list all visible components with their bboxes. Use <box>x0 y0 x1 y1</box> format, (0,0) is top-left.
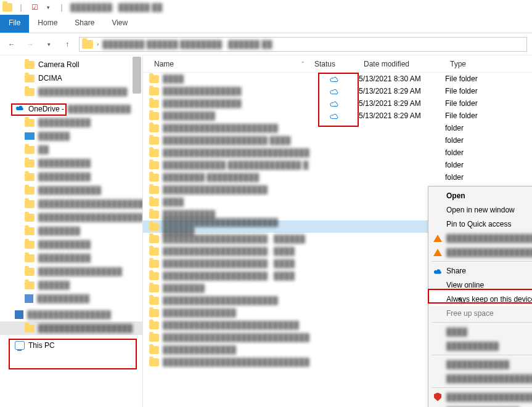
tree-sub[interactable]: ████████████ <box>0 183 142 197</box>
tree-label-suffix: ████████████ <box>68 105 131 113</box>
chevron-right-icon[interactable]: › <box>97 41 99 47</box>
cell-name: ██████████████ <box>163 345 236 354</box>
ctx-free-up-space[interactable]: Free up space <box>430 306 532 320</box>
table-row[interactable]: ███████████████ 5/13/2021 8:29 AM File f… <box>143 97 532 110</box>
tree-sub[interactable]: ██████████ <box>0 156 142 170</box>
tree-sub[interactable]: ██████████ <box>0 238 142 251</box>
folder-icon <box>149 235 159 243</box>
table-row[interactable]: ██████████████████████folder <box>143 122 532 134</box>
nav-history-icon[interactable]: ▾ <box>42 38 55 51</box>
tree-sub[interactable]: ██████ <box>0 278 142 292</box>
tree-sub[interactable]: ████████ <box>0 224 142 238</box>
qat-properties-icon[interactable]: ☑ <box>30 2 39 12</box>
tab-view[interactable]: View <box>103 15 136 33</box>
cell-name: ██████████ <box>163 210 215 219</box>
qat-dropdown-icon[interactable]: ▾ <box>43 2 53 12</box>
folder-icon <box>149 198 159 206</box>
breadcrumb[interactable]: ████████ ██████ ████████ · ██████ ██ <box>102 40 272 49</box>
tree-sub[interactable]: ██████ <box>0 129 142 143</box>
ctx-open-new-window[interactable]: Open in new window <box>430 203 532 217</box>
ctx-vlc-play[interactable]: ██████████████████████ <box>430 245 532 259</box>
vlc-icon <box>433 233 443 243</box>
tab-share[interactable]: Share <box>66 15 103 33</box>
tree-onedrive[interactable]: OneDrive - ████████████ <box>0 102 142 116</box>
sidebar-scrollbar[interactable] <box>133 57 141 94</box>
status-cloud-icon <box>309 87 359 95</box>
ctx-vlc-playlist[interactable]: ████████████████████████ <box>430 231 532 245</box>
address-bar[interactable]: › ████████ ██████ ████████ · ██████ ██ <box>79 37 527 52</box>
tree-label: ████████████████ <box>27 310 111 319</box>
main-area: Camera Roll DCIMA █████████████████ OneD… <box>0 55 532 407</box>
status-cloud-icon <box>309 112 359 119</box>
tree-label: ██████████████████ <box>38 324 133 332</box>
tree-this-pc[interactable]: This PC <box>0 339 142 352</box>
ctx-crc[interactable]: ██████████▸ <box>430 339 532 353</box>
folder-icon <box>149 211 159 219</box>
ctx-misc[interactable]: ██████████████████████ <box>430 371 532 385</box>
tree-planfolder[interactable]: ████████████████ <box>0 308 142 321</box>
ctx-separator <box>432 322 532 323</box>
folder-icon <box>149 186 159 194</box>
folder-icon <box>149 75 159 83</box>
tree-label: ██████████ <box>37 294 89 303</box>
tree-sub[interactable]: ██████████ <box>0 116 142 129</box>
cell-name: ████ <box>163 75 184 83</box>
tree-label: ██████ <box>38 132 70 140</box>
tree-sub[interactable]: ████████████████ <box>0 265 142 278</box>
col-header-type[interactable]: Type <box>445 60 513 68</box>
folder-icon <box>25 75 35 83</box>
tree-item-blur[interactable]: █████████████████ <box>0 85 142 99</box>
tree-label: ██████ <box>38 281 70 289</box>
ctx-separator <box>432 355 532 355</box>
folder-icon <box>149 100 159 108</box>
tree-sub[interactable]: ██████████ <box>0 251 142 265</box>
table-row[interactable]: ████ 5/13/2021 8:30 AM File folder <box>143 73 532 85</box>
ctx-misc[interactable]: ██████████████ <box>430 404 532 407</box>
list-pane: Name˄ Status Date modified Type ████ 5/1… <box>143 55 532 407</box>
cursor-icon: ↖ <box>457 296 464 304</box>
tree-sub[interactable]: ██████████ <box>0 170 142 183</box>
tab-home[interactable]: Home <box>29 15 66 33</box>
col-header-date[interactable]: Date modified <box>359 60 445 68</box>
tree-sub[interactable]: ██ <box>0 143 142 156</box>
table-row[interactable]: ███████████████ 5/13/2021 8:29 AM File f… <box>143 85 532 97</box>
ctx-pin-quick-access[interactable]: Pin to Quick access <box>430 217 532 231</box>
context-menu: Open Open in new window Pin to Quick acc… <box>428 186 532 407</box>
tree-sub[interactable]: ██████████ <box>0 292 142 305</box>
table-row[interactable]: ████████████ ██████████████ █folder <box>143 159 532 171</box>
folder-icon <box>25 324 35 332</box>
cell-name: ████████████████████ · ████ <box>163 247 295 256</box>
col-header-status[interactable]: Status <box>309 60 359 68</box>
ctx-misc[interactable]: ████████████████████████████ <box>430 390 532 404</box>
list-header: Name˄ Status Date modified Type <box>143 55 532 73</box>
cell-name: ████████ ██████████ <box>163 173 259 182</box>
ctx-share[interactable]: Share <box>430 264 532 278</box>
ctx-always-keep[interactable]: Always keep on this device↖ <box>430 292 532 306</box>
nav-back-icon[interactable]: ← <box>5 38 18 51</box>
folder-icon <box>25 146 35 154</box>
sort-asc-icon: ˄ <box>301 61 305 67</box>
tree-dcima[interactable]: DCIMA <box>0 71 142 85</box>
folder-icon <box>149 124 159 132</box>
tree-label: DCIMA <box>38 74 62 83</box>
table-row[interactable]: ████████████████████ ████folder <box>143 134 532 147</box>
table-row[interactable]: ████████ ██████████folder <box>143 171 532 183</box>
cell-name: ██████████████████████ <box>163 124 278 132</box>
tree-label: █████████████████ <box>38 87 128 96</box>
ctx-view-online[interactable]: View online <box>430 278 532 292</box>
tab-file[interactable]: File <box>0 15 29 33</box>
tree-camera-roll[interactable]: Camera Roll <box>0 58 142 71</box>
tree-sub[interactable]: ██████████████████████ <box>0 197 142 211</box>
tree-sub[interactable]: ████████████████████ <box>0 211 142 224</box>
ctx-7zip[interactable]: ████▸ <box>430 324 532 339</box>
tree-label: Camera Roll <box>38 60 80 69</box>
tree-planfolder-child[interactable]: ██████████████████ <box>0 321 142 335</box>
table-row[interactable]: ████████████████████████████folder <box>143 147 532 159</box>
ctx-misc[interactable]: ████████████ <box>430 357 532 371</box>
tree-label: ██████████ <box>38 172 91 181</box>
col-header-name[interactable]: Name˄ <box>149 60 309 68</box>
cell-type: File folder <box>445 87 513 95</box>
table-row[interactable]: ██████████ 5/13/2021 8:29 AM File folder <box>143 110 532 122</box>
ctx-open[interactable]: Open <box>430 188 532 203</box>
nav-up-icon[interactable]: ↑ <box>60 38 74 51</box>
